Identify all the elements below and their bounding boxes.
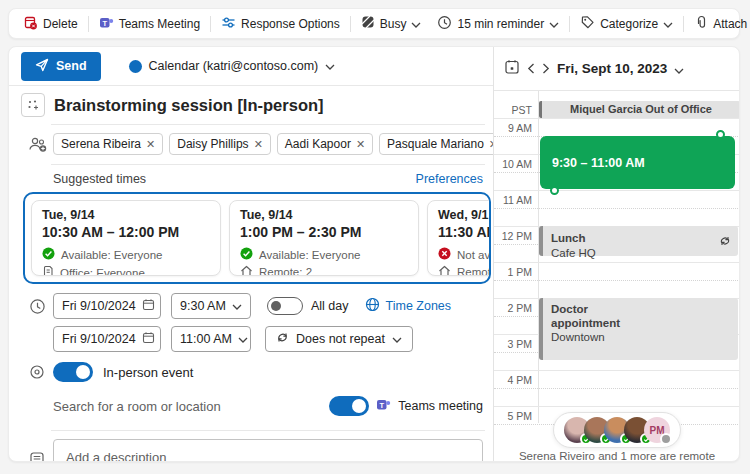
remove-attendee-icon[interactable]: ✕: [146, 139, 155, 150]
in-person-toggle[interactable]: [53, 362, 93, 382]
calendar-selector[interactable]: Calendar (katri@contoso.com): [129, 59, 336, 73]
time-gutter-line: [538, 91, 539, 423]
hour-label: 2 PM: [494, 302, 532, 314]
preferences-link[interactable]: Preferences: [416, 172, 483, 186]
day-view-date[interactable]: Fri, Sept 10, 2023: [557, 61, 667, 76]
paperclip-icon: [694, 15, 708, 33]
event-title: Doctor appointment: [551, 302, 631, 330]
mode-text: Office: Everyone: [60, 267, 145, 277]
attach-dropdown[interactable]: Attach: [686, 11, 750, 37]
delete-button[interactable]: Delete: [15, 11, 86, 37]
suggested-times-label: Suggested times: [53, 172, 146, 186]
chevron-down-icon: [232, 299, 242, 313]
calendar-event-lunch[interactable]: Lunch Cafe HQ: [539, 226, 738, 256]
meeting-toolbar: Delete T Teams Meeting Response Options …: [8, 8, 740, 39]
available-check-icon: [42, 247, 55, 262]
attendee-chip[interactable]: Daisy Phillips ✕: [169, 133, 271, 155]
repeat-dropdown[interactable]: Does not repeat: [265, 326, 413, 352]
reminder-label: 15 min reminder: [457, 17, 544, 31]
available-check-icon: [240, 247, 253, 262]
repeat-value: Does not repeat: [296, 332, 385, 346]
hour-label: 4 PM: [494, 374, 532, 386]
event-compose-window: Send Calendar (katri@contoso.com) Brains…: [8, 46, 740, 462]
start-time-select[interactable]: 9:30 AM: [171, 293, 251, 319]
suggested-time-card[interactable]: Wed, 9/1 11:30 AM Not av Remot: [427, 200, 491, 276]
attendees-row: Serena Ribeira ✕ Daisy Phillips ✕ Aadi K…: [9, 125, 493, 164]
calendar-day-icon: [504, 59, 520, 79]
hour-line: [494, 118, 740, 119]
remove-attendee-icon[interactable]: ✕: [356, 139, 365, 150]
availability-text: Not av: [457, 249, 490, 261]
teams-meeting-label: Teams meeting: [398, 399, 483, 413]
emoji-picker-button[interactable]: [21, 93, 45, 117]
globe-icon: [365, 297, 380, 316]
calendar-selector-label: Calendar (katri@contoso.com): [149, 59, 319, 73]
suggested-time: 1:00 PM – 2:30 PM: [240, 223, 408, 242]
remove-attendee-icon[interactable]: ✕: [254, 139, 263, 150]
prev-day-button[interactable]: [527, 60, 535, 78]
mode-text: Remote: 2: [259, 266, 312, 276]
attendee-chip[interactable]: Aadi Kapoor ✕: [277, 133, 373, 155]
toolbar-separator: [88, 16, 89, 32]
all-day-event[interactable]: Miquel Garcia Out of Office: [539, 101, 740, 118]
hour-line: [494, 190, 740, 191]
teams-meeting-button[interactable]: T Teams Meeting: [91, 11, 208, 37]
calendar-event-doctor[interactable]: Doctor appointment Downtown: [539, 298, 738, 360]
not-available-icon: [438, 247, 451, 262]
calendar-icon: [142, 298, 155, 314]
day-view-grid: PST Miquel Garcia Out of Office 9 AM 10 …: [494, 91, 740, 462]
toolbar-separator: [569, 16, 570, 32]
hour-label: 12 PM: [494, 230, 532, 242]
unknown-status-icon: [660, 433, 672, 445]
toolbar-separator: [350, 16, 351, 32]
next-day-button[interactable]: [542, 60, 550, 78]
attendee-chip[interactable]: Serena Ribeira ✕: [53, 133, 163, 155]
resize-handle-bottom[interactable]: [550, 186, 559, 195]
repeat-icon: [276, 331, 289, 347]
show-as-busy-dropdown[interactable]: Busy: [353, 11, 430, 37]
location-search-input[interactable]: [53, 399, 329, 414]
resize-handle-top[interactable]: [716, 130, 725, 139]
calendar-icon: [142, 331, 155, 347]
svg-text:T: T: [380, 401, 385, 410]
time-zones-link[interactable]: Time Zones: [365, 297, 452, 316]
svg-text:T: T: [102, 18, 107, 27]
chevron-down-icon[interactable]: [674, 60, 684, 78]
send-label: Send: [56, 59, 87, 73]
start-date-value: Fri 9/10/2024: [62, 299, 136, 313]
suggested-date: Wed, 9/1: [438, 207, 491, 223]
description-input[interactable]: [53, 439, 483, 461]
end-date-input[interactable]: Fri 9/10/2024: [53, 326, 161, 352]
attendee-chip[interactable]: Pasquale Mariano ✕: [379, 133, 493, 155]
suggested-date: Tue, 9/14: [42, 207, 210, 223]
reminder-dropdown[interactable]: 15 min reminder: [429, 11, 567, 37]
start-date-input[interactable]: Fri 9/10/2024: [53, 293, 161, 319]
attendee-name: Aadi Kapoor: [285, 137, 351, 151]
half-hour-line: [494, 208, 740, 209]
busy-status-icon: [361, 15, 375, 32]
delete-icon: [23, 15, 38, 33]
send-button[interactable]: Send: [21, 52, 101, 81]
all-day-toggle[interactable]: [267, 297, 303, 315]
description-icon: [21, 439, 53, 461]
chevron-down-icon: [549, 17, 559, 31]
start-datetime-row: Fri 9/10/2024 9:30 AM All day Time Zones: [9, 293, 493, 319]
response-options-icon: [221, 15, 236, 33]
event-title-input[interactable]: Brainstorming session [In-person]: [54, 96, 324, 115]
delete-label: Delete: [43, 17, 78, 31]
selected-event[interactable]: 9:30 – 11:00 AM: [540, 136, 735, 189]
categorize-dropdown[interactable]: Categorize: [572, 11, 681, 37]
suggested-time-card[interactable]: Tue, 9/14 1:00 PM – 2:30 PM Available: E…: [229, 200, 419, 276]
response-options-button[interactable]: Response Options: [213, 11, 348, 37]
attendee-avatars[interactable]: PM: [553, 412, 681, 448]
suggested-time-card[interactable]: Tue, 9/14 10:30 AM – 12:00 PM Available:…: [31, 200, 221, 276]
hour-label: 9 AM: [494, 122, 532, 134]
avatar-initials[interactable]: PM: [644, 417, 670, 443]
divider: [51, 164, 485, 165]
location-icon: [21, 364, 53, 380]
chevron-down-icon: [238, 332, 248, 346]
teams-meeting-toggle[interactable]: [329, 396, 369, 416]
end-time-select[interactable]: 11:00 AM: [171, 326, 251, 352]
end-time-value: 11:00 AM: [180, 332, 232, 346]
suggested-time: 10:30 AM – 12:00 PM: [42, 223, 210, 242]
